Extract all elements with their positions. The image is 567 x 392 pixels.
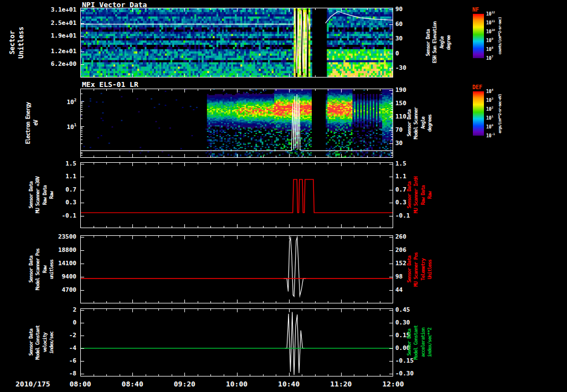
colorbar-tick-label: 101: [486, 115, 493, 121]
axis-label-line: Sensor Data: [407, 329, 412, 356]
axis-label-line: Sensor Data: [407, 182, 412, 209]
colorbar-tick-label: 103: [486, 97, 493, 103]
p3-right-axis-label: Sensor DataMU Scanner IntHRaw DataRaw: [407, 162, 433, 228]
npi-right-axis-label: Sensor DataESH Sun ElevationAngledegree: [426, 8, 452, 78]
y-tick-label-left: 101: [42, 123, 76, 130]
axis-label-line: Sensor Data: [29, 182, 34, 209]
colorbar-tick-label: 100: [486, 124, 493, 130]
x-tick-label: 10:40: [272, 380, 306, 388]
p3-left-axis-label: Sensor DataMU Scanner +30VRaw DataRaw: [29, 162, 55, 228]
axis-label-line: Angle: [440, 37, 445, 49]
x-tick-label: 09:20: [168, 380, 201, 388]
science-plot-screen: NPI Vector Data MEx ELS-01 LR NF DEF 201…: [0, 0, 567, 392]
axis-label-line: Telemetry: [421, 259, 426, 281]
p5-left-axis-label: Sensor DataModel Constantvelocityindex/s…: [29, 308, 55, 376]
axis-label-line: MU Scanner IntH: [414, 177, 419, 213]
axis-label-line: counts/(cm**2-sr-sec): [498, 17, 502, 55]
axis-label-line: Unitless: [18, 27, 25, 59]
axis-label-line: Sensor Data: [29, 329, 34, 356]
axis-label-line: Sensor Data: [426, 29, 431, 56]
colorbar-tick-label: 109: [486, 38, 493, 43]
axis-label-line: degrees: [427, 115, 432, 132]
date-label: 2010/175: [16, 380, 50, 388]
axis-label-line: Electron Energy: [25, 102, 32, 144]
p4-right-axis-label: Sensor DataMU Scanner PosTelemetryUnitle…: [407, 235, 433, 303]
y-tick-label-right: 90: [395, 6, 426, 12]
colorbar-tick-label: 10-1: [486, 133, 495, 138]
colorbar-tick-label: 108: [486, 47, 493, 52]
x-tick-label: 08:00: [64, 380, 97, 388]
axis-label-line: Raw: [43, 266, 48, 273]
y-tick-label-left: 3.1e+01: [42, 7, 76, 13]
scanner-pos-line-plot: [80, 235, 393, 303]
colorbar-tick-label: 104: [486, 89, 493, 94]
x-tick-label: 08:40: [116, 380, 149, 388]
colorbar-unit-label: ergs/(cm**2-sr-sec-eV): [498, 81, 502, 146]
colorbar-tick-label: 1011: [486, 20, 495, 25]
colorbar-tick-label: 1012: [486, 11, 495, 17]
mu-scanner-line-plot: [80, 162, 393, 228]
axis-label-line: Model Scanner: [414, 107, 419, 139]
els-left-axis-label: Electron EnergyeV: [25, 89, 39, 158]
axis-label-line: Sensor Data: [29, 256, 34, 283]
p5-right-axis-label: Sensor DataModel Constantaccelerationind…: [407, 308, 433, 376]
y-tick-label-left: 102: [42, 98, 76, 105]
axis-label-line: Raw: [49, 192, 54, 199]
y-tick-label-right: 30: [395, 35, 426, 42]
def-colorbar-title: DEF: [472, 85, 482, 90]
axis-label-line: index/sec: [49, 332, 54, 354]
axis-label-line: Model Scanner Pos: [35, 249, 40, 290]
colorbar-tick-label: 102: [486, 106, 493, 112]
x-tick-label: 10:00: [220, 380, 254, 388]
axis-label-line: Model Constant: [414, 326, 419, 360]
npi-spectrogram: [80, 8, 393, 78]
y-tick-label-right: 0: [395, 50, 426, 56]
y-tick-label-left: 1.9e+01: [42, 33, 76, 39]
axis-label-line: acceleration: [421, 328, 426, 357]
axis-label-line: velocity: [43, 333, 48, 352]
axis-label-line: Unitless: [427, 260, 432, 279]
axis-label-line: eV: [33, 120, 39, 126]
npi-left-axis-label: SectorUnitless: [9, 8, 24, 78]
y-tick-label-left: 2.5e+01: [42, 20, 76, 26]
y-tick-label-left: 6.2e+00: [42, 61, 76, 67]
y-tick-label-right: 60: [395, 21, 426, 27]
axis-label-line: index/sec**2: [427, 328, 432, 357]
axis-label-line: Sensor Data: [407, 256, 412, 283]
els-spectrogram: [80, 89, 393, 158]
nf-colorbar: [473, 14, 484, 58]
panel-title-els: MEx ELS-01 LR: [82, 81, 138, 88]
y-tick-label-right: -30: [395, 65, 426, 71]
axis-label-line: Sensor Data: [407, 110, 412, 137]
x-tick-label: 12:00: [377, 380, 410, 388]
p4-left-axis-label: Sensor DataModel Scanner PosRawunitless: [29, 235, 55, 303]
nf-colorbar-title: NF: [472, 7, 479, 13]
axis-label-line: ESH Sun Elevation: [432, 22, 437, 63]
els-right-axis-label: Sensor DataModel ScannerAngledegrees: [407, 89, 433, 158]
axis-label-line: MU Scanner +30V: [35, 177, 40, 213]
axis-label-line: Raw Data: [421, 185, 426, 205]
x-tick-label: 11:20: [324, 380, 358, 388]
colorbar-tick-label: 1010: [486, 29, 495, 34]
colorbar-tick-label: 107: [486, 55, 493, 61]
axis-label-line: Angle: [421, 117, 426, 129]
axis-label-line: degree: [446, 35, 451, 50]
def-colorbar: [473, 91, 484, 136]
axis-label-line: Model Constant: [35, 326, 40, 360]
axis-label-line: MU Scanner Pos: [414, 252, 419, 287]
axis-label-line: Raw: [427, 192, 432, 199]
axis-label-line: ergs/(cm**2-sr-sec-eV): [498, 94, 502, 133]
axis-label-line: unitless: [49, 260, 54, 279]
model-constant-line-plot: [80, 308, 393, 376]
axis-label-line: Raw Data: [43, 185, 48, 205]
colorbar-unit-label: counts/(cm**2-sr-sec): [498, 4, 502, 68]
y-tick-label-left: 1.2e+01: [42, 48, 76, 54]
axis-label-line: Sector: [9, 30, 16, 54]
